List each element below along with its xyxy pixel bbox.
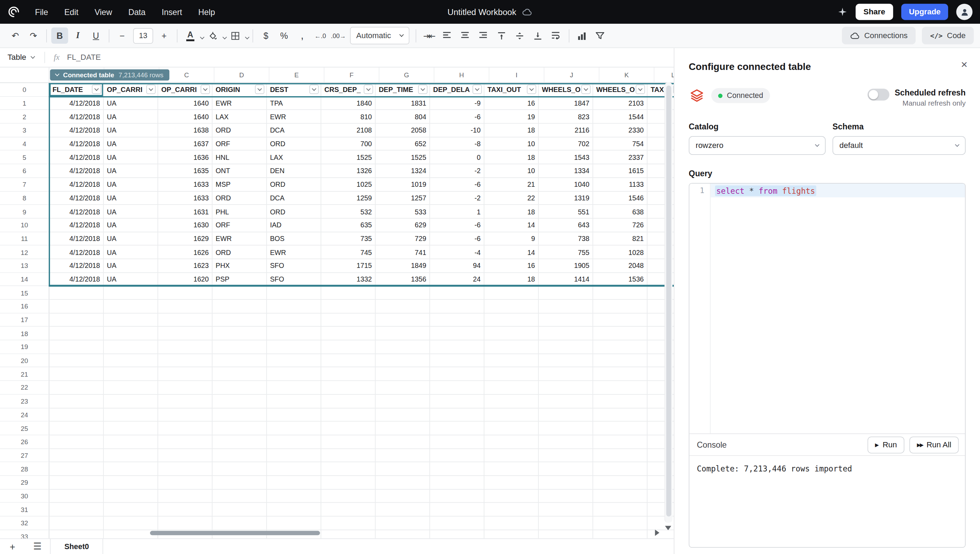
cell[interactable]: 1356 xyxy=(375,273,430,287)
cell[interactable]: 735 xyxy=(321,232,375,246)
cell[interactable]: BOS xyxy=(267,232,321,246)
menu-insert[interactable]: Insert xyxy=(162,7,182,17)
cell[interactable] xyxy=(593,408,648,422)
row-header-26[interactable]: 26 xyxy=(0,435,49,449)
cell[interactable] xyxy=(375,489,430,503)
cell[interactable] xyxy=(158,286,212,300)
cell[interactable] xyxy=(648,530,674,539)
cell[interactable] xyxy=(49,300,104,314)
user-avatar[interactable] xyxy=(956,4,972,20)
column-header-DEP_TIME[interactable]: DEP_TIME xyxy=(375,83,430,97)
cell[interactable]: 1525 xyxy=(321,151,375,164)
cell[interactable] xyxy=(321,286,375,300)
cell[interactable]: 702 xyxy=(539,137,593,151)
cell[interactable]: 1636 xyxy=(158,151,212,164)
cell[interactable] xyxy=(539,381,593,395)
cell[interactable] xyxy=(267,395,321,408)
cell[interactable]: 2116 xyxy=(539,124,593,137)
cell[interactable] xyxy=(539,449,593,462)
cell[interactable]: 0 xyxy=(430,151,484,164)
column-letter-H[interactable]: H xyxy=(434,67,489,83)
italic-button[interactable]: I xyxy=(69,28,86,44)
decrease-font-button[interactable]: − xyxy=(114,28,131,44)
row-header-27[interactable]: 27 xyxy=(0,449,49,462)
cell[interactable] xyxy=(158,476,212,490)
filter-dropdown-icon[interactable] xyxy=(364,85,373,94)
cell[interactable]: SFO xyxy=(267,273,321,287)
cell[interactable] xyxy=(375,435,430,449)
row-header-5[interactable]: 5 xyxy=(0,151,49,164)
cell[interactable]: ORD xyxy=(212,191,267,205)
cell[interactable] xyxy=(321,476,375,490)
cell[interactable]: UA xyxy=(104,259,158,273)
cell[interactable] xyxy=(212,449,267,462)
cell[interactable] xyxy=(49,489,104,503)
column-header-OP_CARRI[interactable]: OP_CARRI xyxy=(104,83,158,97)
borders-dropdown-icon[interactable] xyxy=(246,30,249,41)
cell[interactable] xyxy=(375,462,430,476)
cell[interactable] xyxy=(49,435,104,449)
cell[interactable] xyxy=(158,449,212,462)
cell[interactable] xyxy=(539,489,593,503)
cell[interactable]: 1629 xyxy=(158,232,212,246)
cell[interactable] xyxy=(267,286,321,300)
increase-decimal-button[interactable]: .00→ xyxy=(330,28,347,44)
run-all-button[interactable]: ▶▶Run All xyxy=(909,436,959,453)
cell[interactable] xyxy=(321,435,375,449)
cell[interactable] xyxy=(104,517,158,530)
cell[interactable] xyxy=(484,422,539,435)
cell[interactable] xyxy=(104,462,158,476)
row-header-12[interactable]: 12 xyxy=(0,245,49,259)
cell[interactable] xyxy=(430,395,484,408)
cell[interactable]: 24 xyxy=(430,273,484,287)
cell[interactable]: UA xyxy=(104,151,158,164)
column-letter-G[interactable]: G xyxy=(380,67,434,83)
cell[interactable] xyxy=(267,517,321,530)
cell[interactable] xyxy=(49,462,104,476)
cell[interactable] xyxy=(158,422,212,435)
cell[interactable]: IAD xyxy=(267,218,321,232)
cell[interactable] xyxy=(484,435,539,449)
cell[interactable]: TPA xyxy=(267,97,321,110)
cell[interactable]: 21 xyxy=(484,178,539,192)
column-header-WHEELS_O[interactable]: WHEELS_O xyxy=(539,83,593,97)
cell[interactable]: 2108 xyxy=(321,124,375,137)
cell[interactable]: LAX xyxy=(267,151,321,164)
cell[interactable]: 4/12/2018 xyxy=(49,205,104,218)
cell[interactable] xyxy=(593,449,648,462)
run-button[interactable]: ▶Run xyxy=(868,436,905,453)
cell[interactable]: HNL xyxy=(212,151,267,164)
cell[interactable] xyxy=(49,340,104,354)
row-header-14[interactable]: 14 xyxy=(0,273,49,287)
cell[interactable]: ORD xyxy=(212,245,267,259)
cell[interactable] xyxy=(267,354,321,368)
cell[interactable]: 1640 xyxy=(158,97,212,110)
cell[interactable] xyxy=(430,503,484,517)
cell[interactable] xyxy=(375,314,430,327)
cell[interactable] xyxy=(484,517,539,530)
cell[interactable]: 1615 xyxy=(593,164,648,178)
cell[interactable]: UA xyxy=(104,205,158,218)
cell[interactable] xyxy=(593,462,648,476)
cell[interactable] xyxy=(593,395,648,408)
cell[interactable] xyxy=(539,300,593,314)
cell[interactable] xyxy=(267,300,321,314)
cell[interactable] xyxy=(158,395,212,408)
cell[interactable]: UA xyxy=(104,245,158,259)
cell[interactable] xyxy=(212,314,267,327)
column-header-DEST[interactable]: DEST xyxy=(267,83,321,97)
fill-color-button[interactable] xyxy=(204,28,221,44)
cell[interactable]: -6 xyxy=(430,232,484,246)
cell[interactable]: PSP xyxy=(212,273,267,287)
cell[interactable] xyxy=(158,340,212,354)
cell[interactable] xyxy=(430,381,484,395)
text-wrap-button[interactable] xyxy=(547,28,564,44)
cell[interactable]: EWR xyxy=(267,110,321,124)
menu-file[interactable]: File xyxy=(35,7,48,17)
cell[interactable]: 1847 xyxy=(539,97,593,110)
cell[interactable]: DCA xyxy=(267,124,321,137)
cell[interactable] xyxy=(212,462,267,476)
cell[interactable]: ORD xyxy=(212,124,267,137)
row-header-30[interactable]: 30 xyxy=(0,489,49,503)
row-header-6[interactable]: 6 xyxy=(0,164,49,178)
